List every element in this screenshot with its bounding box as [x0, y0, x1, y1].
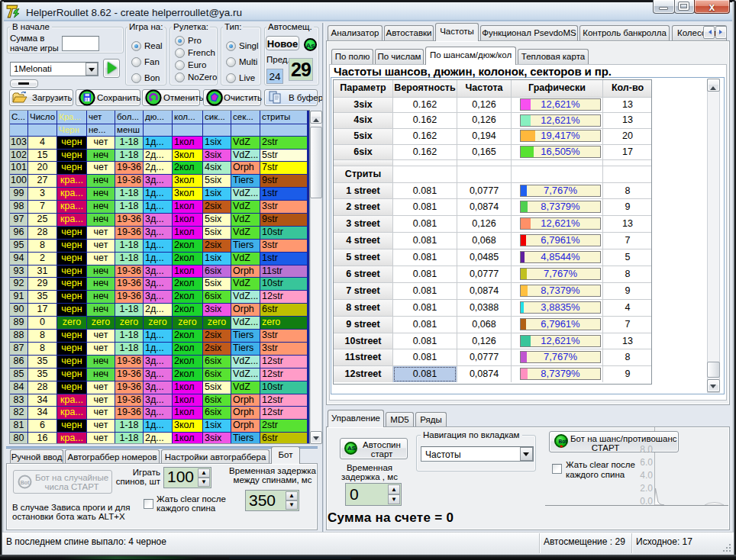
svg-text:Bot: Bot — [559, 439, 568, 444]
svg-text:Bot: Bot — [21, 480, 30, 485]
